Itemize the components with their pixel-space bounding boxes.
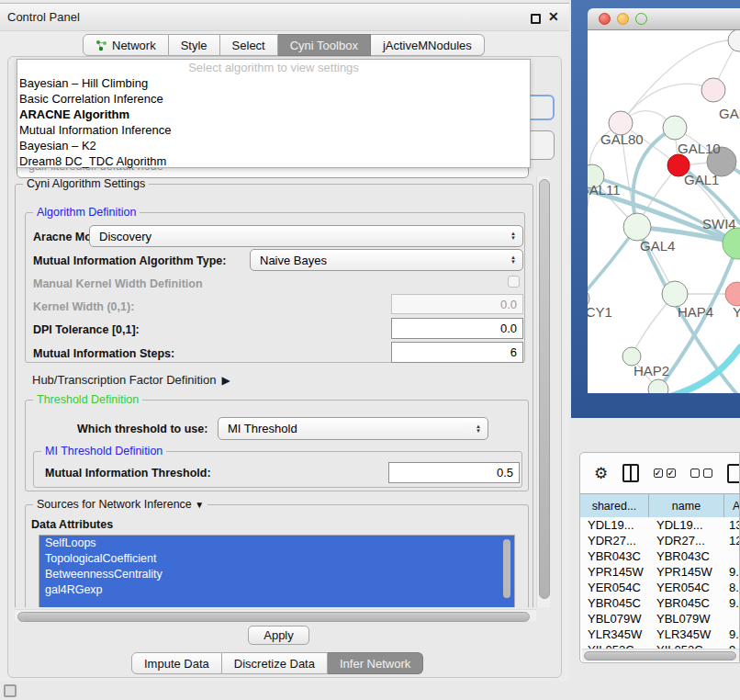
close-traffic-light[interactable]: [599, 13, 611, 25]
table-row[interactable]: YPR145W YPR145W 9.: [580, 564, 740, 580]
list-item[interactable]: TopologicalCoefficient: [39, 551, 514, 567]
mi-threshold-input[interactable]: 0.5: [388, 462, 520, 483]
list-item[interactable]: gal4RGexp: [39, 582, 514, 598]
node-partial-top[interactable]: [728, 30, 740, 51]
combo-value: Naive Bayes: [260, 254, 327, 267]
group-title: Algorithm Definition: [33, 206, 140, 219]
table-row[interactable]: YIL052C YIL052C 9.: [580, 642, 740, 649]
network-graph[interactable]: GAL GAL80 GAL10 GAL1 GAL11 GAL4 SWI4 GCY…: [588, 30, 740, 393]
tab-cyni-toolbox[interactable]: Cyni Toolbox: [278, 34, 371, 56]
columns-icon[interactable]: [622, 464, 638, 482]
tab-label: Impute Data: [144, 657, 209, 671]
hub-definition-expander[interactable]: Hub/Transcription Factor Definition ▶: [32, 373, 230, 387]
list-item[interactable]: SelfLoops: [39, 536, 514, 551]
tab-jactivemnodules[interactable]: jActiveMNodules: [371, 34, 485, 56]
mi-algorithm-type-select[interactable]: Naive Bayes ▲▼: [250, 249, 523, 271]
list-scrollbar[interactable]: [503, 539, 510, 598]
node-label: Y: [733, 304, 740, 320]
node-label: GAL10: [678, 141, 721, 156]
tab-label: Infer Network: [340, 657, 410, 671]
cyni-algorithm-settings-group: Cyni Algorithm Settings Algorithm Defini…: [15, 184, 533, 607]
aracne-mode-select[interactable]: Discovery ▲▼: [89, 225, 523, 247]
settings-horizontal-scrollbar[interactable]: [15, 609, 536, 621]
scrollbar-thumb[interactable]: [584, 651, 736, 660]
table-row[interactable]: YBR045C YBR045C 9.: [580, 595, 740, 611]
export-table-icon[interactable]: [727, 464, 740, 483]
dropdown-item[interactable]: Dream8 DC_TDC Algorithm: [17, 153, 530, 169]
table-row[interactable]: YDR27... YDR27... 12...: [580, 533, 740, 548]
dropdown-item[interactable]: Bayesian – Hill Climbing: [17, 75, 530, 91]
close-icon[interactable]: ✕: [548, 9, 559, 24]
node-label: GAL4: [640, 238, 675, 254]
deselect-all-icon[interactable]: [690, 469, 712, 478]
column-header[interactable]: A: [724, 494, 740, 518]
node-hap4[interactable]: [662, 281, 688, 307]
node-salmon[interactable]: [725, 282, 740, 306]
tab-style[interactable]: Style: [169, 34, 220, 56]
control-panel-title: Control Panel: [7, 10, 80, 24]
select-all-icon[interactable]: ✓✓: [654, 469, 676, 478]
table-row[interactable]: YDL19... YDL19... 13...: [580, 517, 740, 533]
algorithm-dropdown-list: Select algorithm to view settings Bayesi…: [17, 59, 531, 168]
list-item-partial[interactable]: [39, 598, 514, 607]
combo-arrows-icon: ▲▼: [476, 424, 481, 434]
which-threshold-label: Which threshold to use:: [77, 423, 207, 435]
graph-nodes[interactable]: [588, 30, 740, 393]
group-title: Cyni Algorithm Settings: [23, 178, 149, 190]
tab-infer-network[interactable]: Infer Network: [328, 652, 423, 674]
column-header[interactable]: shared...: [580, 494, 649, 518]
scrollbar-thumb[interactable]: [17, 612, 530, 622]
mi-steps-input[interactable]: 6: [391, 342, 523, 363]
list-item[interactable]: BetweennessCentrality: [39, 567, 514, 582]
threshold-definition-group: Threshold Definition Which threshold to …: [25, 400, 529, 491]
dropdown-item[interactable]: Bayesian – K2: [17, 138, 530, 153]
table-horizontal-scrollbar[interactable]: [582, 649, 739, 661]
minimize-traffic-light[interactable]: [617, 13, 629, 25]
graph-labels: GAL GAL80 GAL10 GAL1 GAL11 GAL4 SWI4 GCY…: [588, 106, 740, 378]
control-panel-titlebar[interactable]: Control Panel ✕: [0, 4, 569, 31]
table-panel: ⚙ ✓✓ shared... name A YDL19... YDL19... …: [579, 452, 740, 663]
tab-impute-data[interactable]: Impute Data: [131, 652, 222, 674]
screen: Control Panel ✕ Network Style Select: [0, 0, 740, 700]
settings-vertical-scrollbar[interactable]: [536, 176, 550, 607]
tab-select[interactable]: Select: [220, 34, 278, 56]
control-panel-tabs: Network Style Select Cyni Toolbox jActiv…: [83, 34, 485, 56]
dropdown-item-selected[interactable]: ARACNE Algorithm: [17, 107, 530, 122]
manual-kernel-checkbox[interactable]: [508, 276, 520, 288]
column-header[interactable]: name: [649, 494, 724, 518]
dropdown-item[interactable]: Mutual Information Inference: [17, 122, 530, 138]
node-pink[interactable]: [701, 78, 725, 102]
apply-button[interactable]: Apply: [248, 626, 309, 645]
dpi-tolerance-input[interactable]: 0.0: [391, 318, 523, 339]
tab-label: Cyni Toolbox: [290, 39, 358, 52]
which-threshold-select[interactable]: MI Threshold ▲▼: [218, 417, 488, 440]
network-canvas[interactable]: GAL GAL80 GAL10 GAL1 GAL11 GAL4 SWI4 GCY…: [588, 30, 740, 393]
gear-icon[interactable]: ⚙: [594, 466, 608, 481]
table-body: YDL19... YDL19... 13... YDR27... YDR27..…: [580, 517, 740, 649]
tab-discretize-data[interactable]: Discretize Data: [222, 652, 328, 674]
dropdown-item[interactable]: Basic Correlation Inference: [17, 91, 530, 107]
control-panel-window: Control Panel ✕ Network Style Select: [0, 3, 569, 681]
tab-label: jActiveMNodules: [383, 39, 472, 52]
table-row[interactable]: YER054C YER054C 8.: [580, 580, 740, 595]
node-label: HAP2: [633, 363, 669, 378]
tab-network[interactable]: Network: [83, 34, 169, 56]
combo-value: Discovery: [99, 230, 151, 243]
table-row[interactable]: YLR345W YLR345W 9.: [580, 627, 740, 642]
network-window-titlebar[interactable]: [588, 8, 740, 30]
scrollbar-thumb[interactable]: [539, 179, 550, 599]
zoom-traffic-light[interactable]: [635, 13, 647, 25]
field-value: 6: [510, 345, 517, 359]
node-gal10[interactable]: [663, 116, 687, 140]
minimized-panel-icon[interactable]: [4, 684, 17, 697]
node-gal4[interactable]: [623, 213, 651, 241]
chevron-down-icon[interactable]: ▼: [195, 500, 204, 510]
table-row[interactable]: YBL079W YBL079W: [580, 611, 740, 627]
table-row[interactable]: YBR043C YBR043C: [580, 548, 740, 564]
kernel-width-input[interactable]: 0.0: [391, 294, 523, 314]
tab-label: Discretize Data: [234, 657, 315, 671]
float-window-icon[interactable]: [531, 14, 541, 24]
node-swi4[interactable]: [723, 228, 740, 259]
apply-label: Apply: [263, 628, 294, 642]
sources-group: Sources for Network Inference ▼ Data Att…: [25, 504, 529, 607]
